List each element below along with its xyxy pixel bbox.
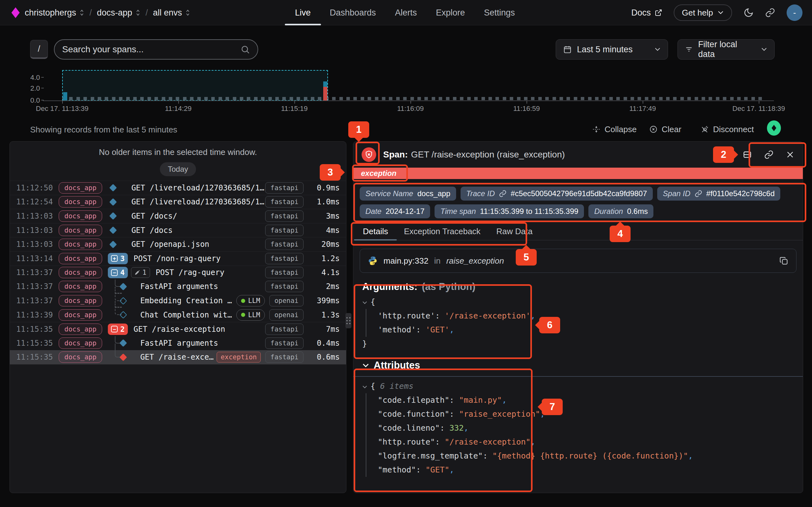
attribute-line: "http.route": "/raise-exception", [378,435,794,449]
breadcrumb-env[interactable]: all envs [153,8,190,18]
tab-exception-traceback[interactable]: Exception Traceback [404,223,480,240]
attributes-code: { 6 items "code.filepath": "main.py", "c… [362,379,794,477]
span-row[interactable]: 11:13:37 docs_app −4 1 POST /rag-query f… [10,266,346,280]
tab-explore[interactable]: Explore [436,0,465,25]
tab-raw-data[interactable]: Raw Data [496,223,532,240]
llm-badge: LLM [236,295,265,306]
span-row[interactable]: 11:12:54 docs_app GET /livereload/127036… [10,195,346,209]
breadcrumb-org[interactable]: christophergs [25,8,84,18]
collapse-count-badge-error[interactable]: −2 [108,324,128,335]
span-row[interactable]: 11:13:03 docs_app GET /openapi.json fast… [10,237,346,251]
close-icon[interactable] [786,150,795,159]
span-duration: 1.0ms [308,198,340,206]
filter-local-data-button[interactable]: Filter local data [677,39,774,60]
llm-badge: LLM [236,309,265,321]
span-row[interactable]: 11:15:35 docs_app FastAPI arguments fast… [10,336,346,350]
scope-badge: fastapi [265,182,304,193]
panel-resize-handle[interactable] [345,313,351,328]
clear-button[interactable]: Clear [649,123,681,135]
service-badge: docs_app [59,309,102,321]
tab-live[interactable]: Live [295,0,311,25]
tab-settings[interactable]: Settings [484,0,515,25]
x-axis-tick: Dec 17. 11:18:39 [732,105,785,113]
tab-details[interactable]: Details [363,223,388,240]
span-row[interactable]: 11:12:50 docs_app GET /livereload/127036… [10,181,346,195]
collapse-count-badge[interactable]: −4 [108,267,128,278]
collapse-chevron-icon[interactable] [362,301,367,304]
span-row[interactable]: 11:13:03 docs_app GET /docs/ fastapi3ms [10,209,346,223]
logfire-logo-icon[interactable] [11,7,20,18]
empty-notice: No older items in the selected time wind… [10,147,346,157]
collapse-button[interactable]: Collapse [592,123,637,135]
docs-link[interactable]: Docs [631,8,662,18]
breadcrumb-project[interactable]: docs-app [97,8,141,18]
span-duration: 4ms [308,226,340,235]
search-icon [241,45,250,54]
span-time: 11:13:03 [16,240,59,249]
y-tick-mark [41,88,44,89]
span-name: GET /livereload/1270363685/1270… [131,183,265,192]
span-name: Embedding Creation wit… [140,296,236,305]
tab-dashboards[interactable]: Dashboards [330,0,376,25]
span-row[interactable]: 11:13:37 docs_app FastAPI arguments fast… [10,279,346,294]
today-button[interactable]: Today [160,162,196,176]
detail-title: Span:GET /raise-exception (raise_excepti… [383,150,565,160]
x-tick-mark [294,101,295,104]
span-id-pill[interactable]: Span ID#f0110e542c798c6d [657,187,780,201]
share-link-button[interactable] [765,8,775,18]
span-name: POST /rag-query [156,268,224,277]
time-range-button[interactable]: Last 5 minutes [556,39,668,60]
span-list-panel: No older items in the selected time wind… [9,141,346,493]
span-duration: 0.4ms [308,339,340,348]
span-row[interactable]: 11:13:37 docs_app Embedding Creation wit… [10,294,346,308]
chevron-down-icon [761,47,767,52]
span-metadata: Service Namedocs_app Trace ID#c5ec500504… [353,179,803,223]
get-help-button[interactable]: Get help [674,4,732,21]
service-badge: docs_app [59,281,102,292]
arguments-mode: (as Python) [422,281,475,292]
x-axis-tick: 11:16:59 [513,105,540,113]
disconnect-plug-icon [700,125,709,134]
x-axis-line [43,101,774,101]
span-row[interactable]: 11:13:39 docs_app Chat Completion with '… [10,308,346,322]
search-input[interactable] [62,44,241,55]
copy-button[interactable] [779,256,789,266]
service-badge: docs_app [59,196,102,208]
hidden-spans-badge[interactable]: 1 [131,267,150,278]
histogram-bar-error [323,87,327,101]
x-tick-mark [178,101,179,104]
time-selection-region[interactable] [62,70,328,101]
python-icon [368,256,378,266]
tab-alerts[interactable]: Alerts [395,0,417,25]
span-name: FastAPI arguments [140,339,218,348]
attribute-line: "logfire.msg_template": "{method} {http.… [378,449,794,463]
time-span-pill: Time span11:15:35.399 to 11:15:35.399 [435,205,584,218]
span-row[interactable]: 11:15:35 docs_app −2 GET /raise-exceptio… [10,322,346,336]
live-indicator[interactable] [767,120,781,135]
service-badge: docs_app [59,239,102,250]
span-duration: 2ms [308,282,340,291]
collapse-chevron-icon[interactable] [362,385,367,389]
service-badge: docs_app [59,225,102,236]
scope-badge: openai [269,309,304,321]
span-row-selected[interactable]: 11:15:35 docs_app GET /raise-exception …… [10,350,346,364]
expand-count-badge[interactable]: +3 [108,253,128,264]
avatar[interactable]: - [786,4,803,21]
attributes-title[interactable]: Attributes [362,360,794,371]
dark-mode-toggle[interactable] [744,8,754,18]
span-duration: 4.1s [308,268,340,277]
detail-header: Span:GET /raise-exception (raise_excepti… [353,142,803,168]
span-name: FastAPI arguments [140,282,218,291]
breadcrumb-separator: / [146,8,148,18]
disconnect-button[interactable]: Disconnect [700,123,754,135]
trace-id-pill[interactable]: Trace ID#c5ec5005042796e91d5db42ca9fd980… [461,187,653,201]
span-rows: 11:12:50 docs_app GET /livereload/127036… [10,181,346,364]
panel-layout-icon[interactable] [743,150,752,159]
link-icon[interactable] [764,150,774,159]
showing-records-text: Showing records from the last 5 minutes [30,125,177,135]
span-name: GET /raise-exception … [140,353,217,361]
span-row[interactable]: 11:13:14 docs_app +3 POST /non-rag-query… [10,251,346,266]
arguments-title: Arguments: (as Python) [362,281,794,292]
span-row[interactable]: 11:13:03 docs_app GET /docs fastapi4ms [10,223,346,237]
span-name: GET /livereload/1270363685/1270… [131,198,265,206]
